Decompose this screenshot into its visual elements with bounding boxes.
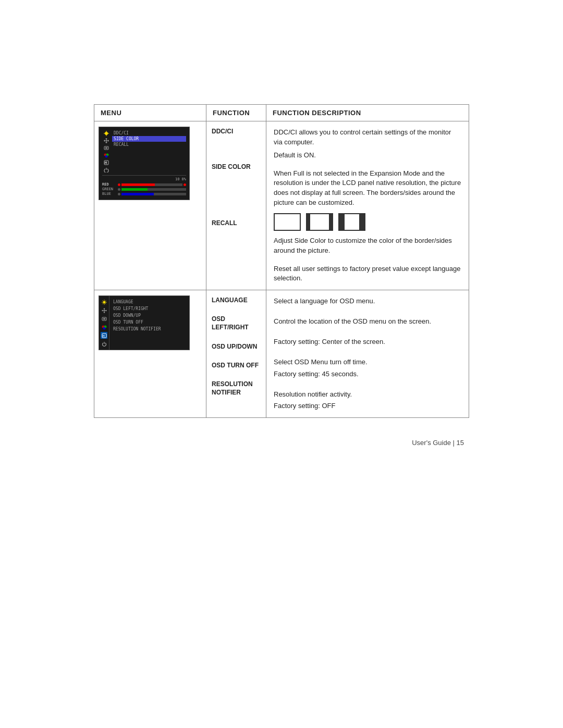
desc-language-text: Select a language for OSD menu. xyxy=(274,297,461,306)
svg-text:M: M xyxy=(105,161,107,165)
desc-sidecolor-text: When Full is not selected in the Expansi… xyxy=(274,169,461,208)
osd2-menu-items: LANGUAGE OSD LEFT/RIGHT OSD DOWN/UP OSD … xyxy=(109,296,189,350)
desc-sidecolor: When Full is not selected in the Expansi… xyxy=(274,169,461,256)
svg-marker-32 xyxy=(102,310,103,311)
svg-text:M: M xyxy=(103,334,105,338)
header-description: Function Description xyxy=(266,105,469,121)
osd2-position-icon xyxy=(101,307,107,314)
svg-line-24 xyxy=(102,300,103,301)
svg-marker-33 xyxy=(106,310,107,311)
osd-display-2: M xyxy=(99,295,190,350)
main-content-table: Menu Function Function Description xyxy=(94,104,469,418)
svg-point-19 xyxy=(103,301,105,303)
svg-line-26 xyxy=(105,300,106,301)
osd2-color-icon xyxy=(101,324,107,330)
description-col-1: DDC/CI allows you to control certain set… xyxy=(266,121,469,290)
osd2-setup-active-icon: M xyxy=(101,332,107,339)
desc-osd-lr: Control the location of the OSD menu on … xyxy=(274,317,461,327)
section-1-row: M xyxy=(94,121,469,290)
func-label-language: LANGUAGE xyxy=(212,297,261,304)
desc-resolution-text2: Factory setting: OFF xyxy=(274,401,461,411)
osd2-icons-bar: M xyxy=(99,296,109,350)
desc-osd-off: Select OSD Menu turn off time. Factory s… xyxy=(274,357,461,379)
desc-recall-text: Reset all user settings to factory prese… xyxy=(274,264,461,284)
color-box-2 xyxy=(306,213,333,231)
osd-position-icon xyxy=(103,138,109,144)
desc-resolution: Resolution notifier activity. Factory se… xyxy=(274,390,461,412)
osd2-item-osd-ud: OSD DOWN/UP xyxy=(112,312,187,319)
func-label-ddcci: DDC/CI xyxy=(212,128,261,135)
footer-page-number: User's Guide | 15 xyxy=(412,439,464,447)
desc-ddcci-text2: Default is ON. xyxy=(274,151,461,161)
color-box-3 xyxy=(338,213,365,231)
osd2-item-language: LANGUAGE xyxy=(112,299,187,305)
color-box-1 xyxy=(274,213,301,231)
svg-rect-35 xyxy=(103,318,105,319)
menu-col-2: M xyxy=(94,290,206,418)
desc-ddcci: DDC/CI allows you to control certain set… xyxy=(274,128,461,161)
svg-marker-31 xyxy=(103,312,105,313)
desc-ddcci-text1: DDC/CI allows you to control certain set… xyxy=(274,128,461,147)
svg-marker-30 xyxy=(103,308,105,309)
footer: User's Guide | 15 xyxy=(94,439,469,447)
osd-input-icon xyxy=(103,145,109,151)
side-color-illustrations xyxy=(274,213,461,231)
func-label-osd-off: OSD TURN OFF xyxy=(212,362,261,369)
func-label-resolution: RESOLUTIONNOTIFIER xyxy=(212,380,261,397)
desc-osd-ud-text: Factory setting: Center of the screen. xyxy=(274,337,461,347)
description-col-2: Select a language for OSD menu. Control … xyxy=(266,290,469,418)
function-col-2: LANGUAGE OSDLEFT/RIGHT OSD UP/DOWN OSD T… xyxy=(206,290,266,418)
func-label-osd-ud: OSD UP/DOWN xyxy=(212,343,261,350)
svg-rect-12 xyxy=(105,147,107,149)
svg-point-38 xyxy=(103,327,105,329)
svg-line-25 xyxy=(105,303,106,304)
svg-marker-10 xyxy=(108,140,109,142)
desc-osd-off-text1: Select OSD Menu turn off time. xyxy=(274,357,461,367)
func-label-sidecolor: SIDE COLOR xyxy=(212,163,261,170)
section-2-row: M xyxy=(94,290,469,418)
osd-setup-icon: M xyxy=(103,159,109,166)
func-label-osd-lr: OSDLEFT/RIGHT xyxy=(212,315,261,331)
desc-sidecolor-adjust: Adjust Side Color to customize the color… xyxy=(274,236,461,256)
svg-marker-9 xyxy=(104,140,105,142)
header-menu: Menu xyxy=(94,105,206,121)
function-col-1: DDC/CI SIDE COLOR RECALL xyxy=(206,121,266,290)
osd-power-icon xyxy=(103,167,109,173)
osd2-brightness-icon xyxy=(101,299,107,305)
osd2-item-resolution: RESOLUTION NOTIFIER xyxy=(112,326,187,332)
desc-osd-lr-text: Control the location of the OSD menu on … xyxy=(274,317,461,327)
osd2-power-icon xyxy=(101,340,107,347)
svg-point-15 xyxy=(105,155,108,158)
osd-color-icon xyxy=(103,152,109,158)
svg-marker-8 xyxy=(105,142,107,143)
menu-col-1: M xyxy=(94,121,206,290)
svg-line-27 xyxy=(102,303,103,304)
desc-osd-ud: Factory setting: Center of the screen. xyxy=(274,337,461,347)
svg-point-0 xyxy=(105,132,108,135)
desc-language: Select a language for OSD menu. xyxy=(274,297,461,306)
desc-recall: Reset all user settings to factory prese… xyxy=(274,264,461,284)
desc-resolution-text1: Resolution notifier activity. xyxy=(274,390,461,400)
osd2-item-osd-lr: OSD LEFT/RIGHT xyxy=(112,305,187,312)
func-label-recall: RECALL xyxy=(212,219,261,227)
osd2-input-icon xyxy=(101,315,107,322)
svg-marker-7 xyxy=(105,138,107,139)
osd-display-1: M xyxy=(99,127,190,200)
header-function: Function xyxy=(206,105,266,121)
desc-osd-off-text2: Factory setting: 45 seconds. xyxy=(274,369,461,379)
osd2-item-osd-off: OSD TURN OFF xyxy=(112,319,187,326)
osd-brightness-icon xyxy=(103,130,109,137)
